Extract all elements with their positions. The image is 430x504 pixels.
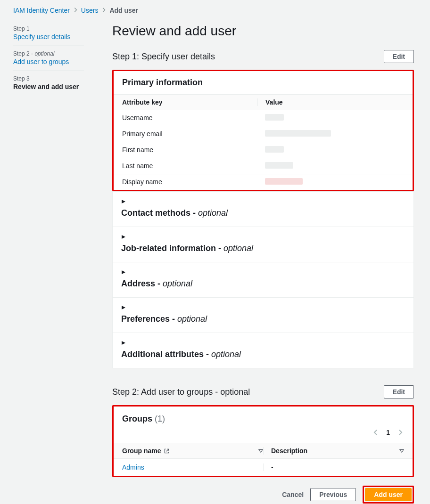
sort-icon[interactable] <box>307 447 404 455</box>
section-preferences[interactable]: Preferences - optional <box>113 298 413 333</box>
step-link-add-user-to-groups[interactable]: Add user to groups <box>13 58 84 65</box>
expand-icon <box>121 305 126 310</box>
val-first-name <box>257 146 404 154</box>
value-header: Value <box>257 98 404 106</box>
optional-sections: Contact methods - optional Job-related i… <box>112 191 414 368</box>
page-prev-icon[interactable] <box>372 429 380 436</box>
svg-marker-5 <box>259 450 263 453</box>
step-number-1: Step 1 <box>13 25 84 32</box>
svg-marker-2 <box>122 270 125 274</box>
group-link-admins[interactable]: Admins <box>122 463 144 471</box>
val-primary-email <box>257 130 404 138</box>
table-row: Display name <box>114 174 413 190</box>
step-current-review: Review and add user <box>13 83 84 90</box>
attr-display-name: Display name <box>122 178 257 186</box>
svg-marker-6 <box>400 450 404 453</box>
svg-marker-4 <box>122 341 125 345</box>
chevron-right-icon <box>74 7 77 14</box>
section-contact-methods[interactable]: Contact methods - optional <box>113 192 413 227</box>
add-user-button[interactable]: Add user <box>365 488 412 501</box>
chevron-right-icon <box>102 7 106 14</box>
attribute-key-header: Attribute key <box>122 98 257 106</box>
breadcrumb-users[interactable]: Users <box>81 7 99 14</box>
attr-username: Username <box>122 114 257 122</box>
column-group-name[interactable]: Group name <box>122 447 161 455</box>
page-next-icon[interactable] <box>397 429 404 436</box>
groups-heading: Groups (1) <box>122 414 165 423</box>
cancel-button[interactable]: Cancel <box>282 491 304 498</box>
section-additional-attributes[interactable]: Additional attributes - optional <box>113 333 413 368</box>
primary-information-heading: Primary information <box>122 78 404 88</box>
table-row: Last name <box>114 158 413 174</box>
svg-marker-1 <box>122 235 125 239</box>
expand-icon <box>121 270 126 275</box>
svg-marker-3 <box>122 306 125 309</box>
expand-icon <box>121 199 126 204</box>
primary-information-panel: Primary information Attribute key Value … <box>112 70 414 191</box>
edit-step2-button[interactable]: Edit <box>384 385 414 398</box>
sort-icon[interactable] <box>173 448 263 453</box>
breadcrumb-root[interactable]: IAM Identity Center <box>13 7 70 14</box>
svg-marker-0 <box>122 200 125 203</box>
section-address[interactable]: Address - optional <box>113 262 413 297</box>
page-number: 1 <box>386 429 390 436</box>
wizard-footer: Cancel Previous Add user <box>112 486 414 504</box>
expand-icon <box>121 235 126 239</box>
val-last-name <box>257 162 404 170</box>
step-link-specify-user-details[interactable]: Specify user details <box>13 33 84 41</box>
step1-heading: Step 1: Specify user details <box>112 52 215 62</box>
section-job-related[interactable]: Job-related information - optional <box>113 227 413 262</box>
breadcrumb-current: Add user <box>109 7 138 14</box>
external-link-icon <box>164 448 170 454</box>
val-username <box>257 114 404 122</box>
table-row: First name <box>114 142 413 158</box>
attr-primary-email: Primary email <box>122 130 257 138</box>
page-title: Review and add user <box>112 24 414 39</box>
wizard-steps-nav: Step 1 Specify user details Step 2 - opt… <box>13 21 84 95</box>
val-display-name <box>257 178 404 186</box>
groups-panel: Groups (1) 1 Group name <box>112 405 414 477</box>
column-description[interactable]: Description <box>271 447 307 455</box>
table-row: Primary email <box>114 126 413 142</box>
breadcrumb: IAM Identity Center Users Add user <box>13 7 414 14</box>
step2-heading: Step 2: Add user to groups - optional <box>112 387 250 397</box>
attr-first-name: First name <box>122 146 257 154</box>
expand-icon <box>121 341 126 345</box>
previous-button[interactable]: Previous <box>310 488 356 501</box>
edit-step1-button[interactable]: Edit <box>384 50 414 63</box>
group-description: - <box>263 463 404 471</box>
step-number-2: Step 2 - optional <box>13 50 84 57</box>
attr-last-name: Last name <box>122 162 257 170</box>
table-row: Admins - <box>114 459 413 476</box>
table-row: Username <box>114 110 413 126</box>
step-number-3: Step 3 <box>13 75 84 82</box>
